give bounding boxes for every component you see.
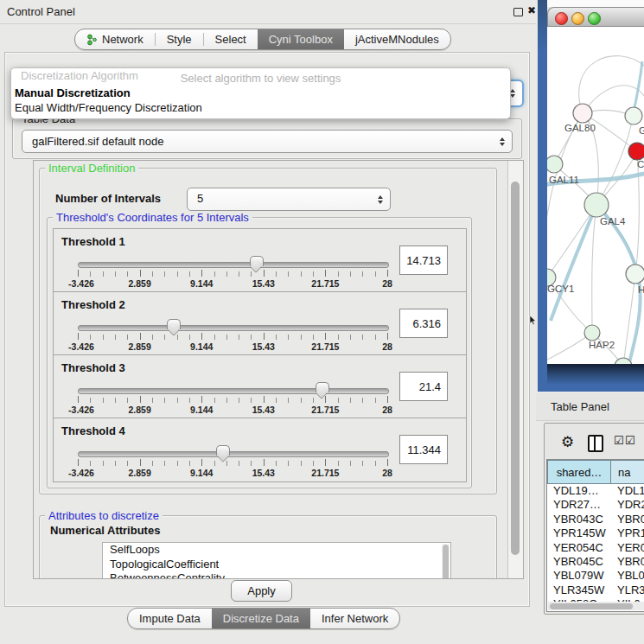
threshold-slider[interactable]: -3.426 2.859 9.144 15.43 21.715 28 [74, 318, 391, 353]
tick-label: -3.426 [68, 341, 94, 352]
tab-style[interactable]: Style [156, 29, 203, 49]
minimize-traffic-light[interactable] [571, 12, 584, 25]
table-panel-titlebar: Table Panel [536, 393, 644, 421]
tick-label: 28 [382, 468, 392, 478]
list-item[interactable]: TopologicalCoefficient [103, 558, 450, 572]
table-row[interactable]: YDL19…YDL1 [547, 484, 644, 498]
network-node-gal80[interactable] [573, 104, 592, 123]
network-node-gal4[interactable] [584, 193, 609, 217]
list-item[interactable]: BetweennessCentrality [103, 571, 450, 579]
table-row[interactable]: YBL079WYBL0 [547, 569, 644, 583]
scrollbar-thumb[interactable] [550, 603, 633, 609]
slider-ticks [78, 396, 389, 403]
column-header-name[interactable]: na [611, 460, 644, 484]
list-item[interactable]: SelfLoops [103, 543, 450, 558]
tick-label: 15.43 [252, 468, 275, 478]
table-panel-title: Table Panel [551, 400, 609, 413]
panel-title: Control Panel [7, 5, 75, 18]
slider-track[interactable] [78, 325, 389, 331]
slider-ticks [78, 333, 389, 340]
num-intervals-label: Number of Intervals [55, 192, 161, 205]
threshold-value-field[interactable]: 21.4 [399, 372, 448, 401]
tab-impute-data[interactable]: Impute Data [128, 609, 212, 628]
network-window-titlebar[interactable] [547, 7, 644, 27]
zoom-traffic-light[interactable] [588, 12, 601, 25]
cell: YBL0 [617, 569, 644, 583]
tab-label: Impute Data [139, 612, 201, 625]
dropdown-option-equal-width[interactable]: Equal Width/Frequency Discretization [15, 101, 202, 114]
slider-thumb[interactable] [316, 382, 329, 392]
tab-jactivemnodules[interactable]: jActiveMNodules [344, 29, 450, 49]
tab-label: Infer Network [322, 612, 388, 625]
node-label: C [637, 159, 644, 169]
tab-network[interactable]: Network [75, 29, 155, 49]
close-traffic-light[interactable] [555, 12, 568, 25]
tick-label: 9.144 [190, 468, 213, 478]
node-table: shared… na YDL19…YDL1 YDR27…YDR2 YBR043C… [546, 459, 644, 612]
network-node[interactable] [625, 107, 642, 124]
threshold-value-field[interactable]: 11.344 [399, 435, 448, 464]
checkbox-checked-icon[interactable]: ☑ [625, 434, 635, 447]
threshold-value-field[interactable]: 6.316 [399, 309, 448, 338]
network-node-selected-red[interactable] [628, 143, 644, 160]
table-row[interactable]: YBR045CYBR0 [547, 555, 644, 569]
table-horizontal-scrollbar[interactable] [548, 602, 644, 610]
interval-definition-legend: Interval Definition [45, 162, 138, 175]
tick-label: 9.144 [190, 405, 213, 415]
node-label: GCY1 [547, 284, 574, 294]
discretization-algorithm-legend: Discretization Algorithm [21, 69, 138, 82]
slider-track[interactable] [78, 262, 389, 268]
attributes-legend: Attributes to discretize [45, 509, 163, 522]
table-row[interactable]: YDR27…YDR2 [547, 498, 644, 512]
slider-thumb[interactable] [216, 445, 230, 456]
float-window-icon[interactable] [513, 8, 523, 16]
table-row[interactable]: YER054CYER0 [547, 541, 644, 555]
gear-icon[interactable]: ⚙ [561, 433, 574, 450]
desktop-strip [547, 0, 644, 7]
close-icon[interactable]: ✖ [527, 4, 536, 16]
cell: YDR27… [553, 498, 601, 512]
scrollbar-thumb[interactable] [443, 545, 449, 579]
slider-thumb[interactable] [250, 256, 264, 266]
control-panel-titlebar: Control Panel ✖ [0, 0, 536, 24]
table-data-combobox[interactable]: galFiltered.sif default node [22, 130, 513, 153]
tab-cyni-toolbox[interactable]: Cyni Toolbox [258, 29, 344, 49]
tab-discretize-data[interactable]: Discretize Data [212, 609, 310, 628]
num-intervals-spinner[interactable]: 5 [187, 188, 391, 211]
tick-label: -3.426 [68, 278, 94, 289]
threshold-value-field[interactable]: 14.713 [399, 245, 448, 275]
cell: YBR0 [617, 513, 644, 526]
columns-icon[interactable] [588, 435, 603, 452]
table-row[interactable]: YBR043CYBR0 [547, 513, 644, 526]
threshold-title: Threshold 3 [61, 361, 125, 374]
threshold-title: Threshold 4 [61, 424, 125, 437]
dropdown-option-manual[interactable]: Manual Discretization [15, 86, 131, 99]
threshold-title: Threshold 2 [61, 298, 125, 311]
scrollbar-thumb[interactable] [511, 182, 520, 555]
slider-thumb[interactable] [167, 319, 181, 329]
list-scrollbar[interactable] [442, 544, 450, 579]
attributes-group: Attributes to discretize Numerical Attri… [39, 515, 497, 579]
network-graph: GAL80 G C GAL11 GAL4 GCY1 H HAP2 [547, 27, 644, 364]
threshold-slider[interactable]: -3.426 2.859 9.144 15.43 21.715 28 [74, 381, 391, 416]
slider-track[interactable] [78, 388, 389, 394]
network-node-gal11[interactable] [547, 156, 563, 173]
network-node-hap2[interactable] [584, 325, 600, 341]
node-label: GAL80 [564, 123, 596, 133]
threshold-slider[interactable]: -3.426 2.859 9.144 15.43 21.715 28 [74, 444, 391, 479]
table-row[interactable]: YPR145WYPR1 [547, 526, 644, 540]
settings-scrollbar[interactable] [507, 161, 523, 578]
apply-button[interactable]: Apply [231, 580, 292, 602]
table-rows: YDL19…YDL1 YDR27…YDR2 YBR043CYBR0 YPR145… [547, 484, 644, 602]
threshold-slider[interactable]: -3.426 2.859 9.144 15.43 21.715 28 [74, 255, 391, 290]
column-header-shared-name[interactable]: shared… [547, 460, 611, 484]
node-label: GAL4 [600, 216, 626, 226]
tab-select[interactable]: Select [204, 29, 258, 49]
tab-label: jActiveMNodules [355, 33, 439, 46]
network-canvas[interactable]: GAL80 G C GAL11 GAL4 GCY1 H HAP2 [547, 27, 644, 364]
checkbox-checked-icon[interactable]: ☑ [614, 434, 624, 447]
table-row[interactable]: YLR345WYLR3 [547, 583, 644, 597]
slider-track[interactable] [78, 451, 389, 457]
network-node[interactable] [626, 265, 644, 284]
tab-infer-network[interactable]: Infer Network [310, 609, 399, 628]
